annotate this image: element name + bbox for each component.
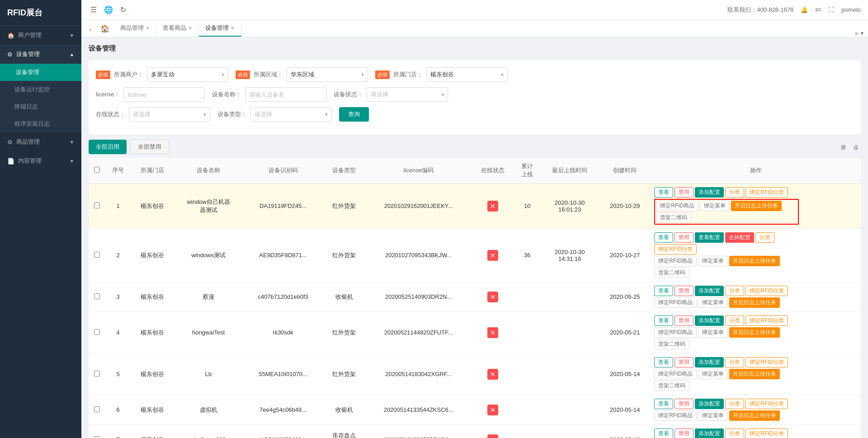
online-status-select[interactable]: 请选择 ▼ bbox=[129, 107, 210, 122]
notification-icon[interactable]: 🔔 bbox=[801, 6, 808, 13]
view-btn[interactable]: 查看 bbox=[654, 357, 673, 367]
qr-btn[interactable]: 货架二维码 bbox=[656, 212, 691, 223]
row-checkbox[interactable] bbox=[94, 252, 100, 258]
qr-btn[interactable]: 货架二维码 bbox=[654, 268, 689, 278]
sidebar-item-device-monitor[interactable]: 设备运行监控 bbox=[0, 81, 81, 98]
home-nav-icon[interactable]: 🌐 bbox=[102, 4, 115, 16]
sidebar-item-terminal-log[interactable]: 终端日志 bbox=[0, 98, 81, 115]
bind-menu-btn[interactable]: 绑定菜单 bbox=[698, 256, 728, 266]
add-config-btn[interactable]: 添加配置 bbox=[695, 399, 724, 409]
tab-view-goods[interactable]: 查看商品 ✕ bbox=[156, 20, 199, 37]
print-icon[interactable]: 🖨 bbox=[851, 142, 861, 152]
refresh-icon[interactable]: ↻ bbox=[118, 4, 128, 16]
column-settings-icon[interactable]: ⊞ bbox=[839, 142, 848, 152]
fullscreen-icon[interactable]: ⛶ bbox=[828, 6, 834, 13]
sidebar-item-merchant[interactable]: 🏠 商户管理 ▼ bbox=[0, 26, 81, 45]
classify-btn[interactable]: 分类 bbox=[725, 429, 744, 438]
bind-menu-btn[interactable]: 绑定菜单 bbox=[698, 369, 728, 379]
bind-menu-btn[interactable]: 绑定菜单 bbox=[700, 201, 730, 211]
tag-icon[interactable]: 🏷 bbox=[815, 6, 821, 13]
merchant-select[interactable]: 多屏互动 ▼ bbox=[147, 67, 228, 82]
log-btn[interactable]: 开启日志上传任务 bbox=[729, 256, 780, 266]
row-checkbox[interactable] bbox=[94, 293, 100, 299]
classify-btn[interactable]: 分类 bbox=[725, 286, 744, 296]
rfid-classify-btn[interactable]: 绑定RFID分类 bbox=[745, 316, 788, 326]
view-btn[interactable]: 查看 bbox=[654, 286, 673, 296]
del-config-btn[interactable]: 去掉配置 bbox=[725, 232, 754, 243]
bind-rfid-goods-btn[interactable]: 绑定RFID商品 bbox=[656, 201, 698, 211]
bind-menu-btn[interactable]: 绑定菜单 bbox=[698, 297, 728, 308]
add-config-btn[interactable]: 添加配置 bbox=[695, 187, 724, 198]
log-btn[interactable]: 开启日志上传任务 bbox=[729, 410, 780, 421]
view-btn[interactable]: 查看 bbox=[654, 187, 673, 198]
view-btn[interactable]: 查看 bbox=[654, 316, 673, 326]
tab-goods-close[interactable]: ✕ bbox=[146, 25, 150, 31]
tab-goods-mgmt[interactable]: 商品管理 ✕ bbox=[114, 20, 156, 37]
classify-btn[interactable]: 分类 bbox=[725, 316, 744, 326]
tab-device-close[interactable]: ✕ bbox=[231, 25, 235, 31]
view-btn[interactable]: 查看 bbox=[654, 399, 673, 409]
tab-dropdown-icon[interactable]: ▼ bbox=[860, 31, 864, 36]
add-config-btn[interactable]: 添加配置 bbox=[695, 357, 724, 367]
log-btn[interactable]: 开启日志上传任务 bbox=[731, 201, 782, 211]
row-checkbox[interactable] bbox=[94, 436, 100, 438]
enable-all-button[interactable]: 全部启用 bbox=[89, 140, 127, 154]
add-config-btn[interactable]: 添加配置 bbox=[695, 429, 724, 438]
row-checkbox[interactable] bbox=[94, 329, 100, 335]
qr-btn[interactable]: 货架二维码 bbox=[654, 339, 689, 349]
view-config-btn[interactable]: 查看配置 bbox=[695, 232, 724, 243]
tab-device-mgmt[interactable]: 设备管理 ✕ bbox=[199, 20, 241, 37]
add-config-btn[interactable]: 添加配置 bbox=[695, 286, 724, 296]
classify-btn[interactable]: 分类 bbox=[725, 357, 744, 367]
rfid-classify-btn[interactable]: 绑定RFID分类 bbox=[745, 429, 788, 438]
license-input[interactable] bbox=[123, 87, 205, 102]
rfid-classify-btn[interactable]: 绑定RFID分类 bbox=[745, 357, 788, 367]
disable-btn[interactable]: 禁用 bbox=[675, 187, 693, 198]
tab-home-btn[interactable]: 🏠 bbox=[96, 21, 114, 37]
row-checkbox[interactable] bbox=[94, 406, 100, 412]
menu-icon[interactable]: ☰ bbox=[89, 4, 99, 16]
row-checkbox[interactable] bbox=[94, 371, 100, 377]
bind-menu-btn[interactable]: 绑定菜单 bbox=[698, 327, 728, 338]
view-btn[interactable]: 查看 bbox=[654, 429, 673, 438]
classify-btn[interactable]: 分类 bbox=[725, 399, 744, 409]
row-checkbox[interactable] bbox=[94, 203, 100, 208]
rfid-classify-btn[interactable]: 绑定RFID分类 bbox=[745, 187, 788, 198]
rfid-classify-btn[interactable]: 绑定RFID分类 bbox=[745, 399, 788, 409]
log-btn[interactable]: 开启日志上传任务 bbox=[729, 369, 780, 379]
disable-all-button[interactable]: 全部禁用 bbox=[130, 140, 169, 154]
sidebar-item-content[interactable]: 📄 内容管理 ▼ bbox=[0, 151, 81, 170]
disable-btn[interactable]: 禁用 bbox=[675, 357, 693, 367]
rfid-classify-btn[interactable]: 绑定RFID分类 bbox=[654, 244, 697, 254]
classify-btn[interactable]: 分类 bbox=[755, 232, 774, 243]
bind-rfid-goods-btn[interactable]: 绑定RFID商品 bbox=[654, 410, 697, 421]
disable-btn[interactable]: 禁用 bbox=[675, 286, 693, 296]
rfid-classify-btn[interactable]: 绑定RFID分类 bbox=[745, 286, 788, 296]
sidebar-item-goods[interactable]: ⚙ 商品管理 ▼ bbox=[0, 132, 81, 151]
tab-more-icon[interactable]: » bbox=[855, 30, 858, 37]
add-config-btn[interactable]: 添加配置 bbox=[695, 316, 724, 326]
disable-btn[interactable]: 禁用 bbox=[675, 429, 693, 438]
bind-rfid-goods-btn[interactable]: 绑定RFID商品 bbox=[654, 256, 697, 266]
bind-rfid-goods-btn[interactable]: 绑定RFID商品 bbox=[654, 297, 697, 308]
classify-btn[interactable]: 分类 bbox=[725, 187, 744, 198]
bind-rfid-goods-btn[interactable]: 绑定RFID商品 bbox=[654, 369, 697, 379]
qr-btn[interactable]: 货架二维码 bbox=[654, 381, 689, 391]
device-type-select[interactable]: 请选择 ▼ bbox=[250, 107, 332, 122]
device-name-input[interactable] bbox=[245, 87, 326, 102]
query-button[interactable]: 查询 bbox=[339, 107, 369, 122]
log-btn[interactable]: 开启日志上传任务 bbox=[729, 297, 780, 308]
select-all-checkbox[interactable] bbox=[94, 167, 100, 173]
tab-view-close[interactable]: ✕ bbox=[188, 25, 192, 31]
disable-btn[interactable]: 禁用 bbox=[675, 399, 693, 409]
log-btn[interactable]: 开启日志上传任务 bbox=[729, 327, 780, 338]
device-status-select[interactable]: 请选择 ▼ bbox=[367, 87, 448, 102]
region-select[interactable]: 华东区域 ▼ bbox=[287, 67, 368, 82]
sidebar-item-device[interactable]: ⚙ 设备管理 ▲ bbox=[0, 45, 81, 64]
shop-select[interactable]: 楊东创谷 ▼ bbox=[426, 67, 508, 82]
bind-menu-btn[interactable]: 绑定菜单 bbox=[698, 410, 728, 421]
bind-rfid-goods-btn[interactable]: 绑定RFID商品 bbox=[654, 327, 697, 338]
view-btn[interactable]: 查看 bbox=[654, 232, 673, 243]
sidebar-item-device-manage[interactable]: 设备管理 bbox=[0, 64, 81, 81]
disable-btn[interactable]: 禁用 bbox=[675, 316, 693, 326]
